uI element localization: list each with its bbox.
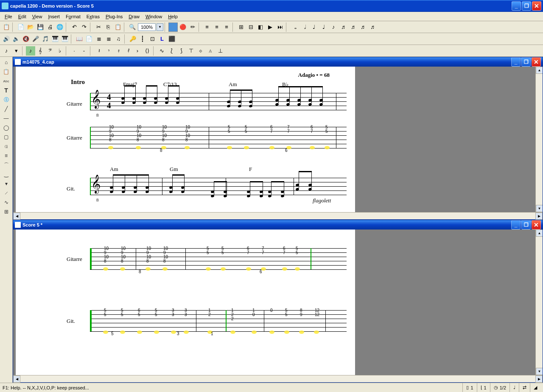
doc1-minimize-button[interactable]: _ — [511, 57, 521, 67]
note-16th-button[interactable]: ♬ — [339, 22, 348, 32]
doc1-maximize-button[interactable]: ❐ — [521, 57, 531, 67]
scroll-right-button[interactable]: ▶ — [535, 213, 543, 220]
note-quarter2-button[interactable]: ♩ — [319, 22, 328, 32]
speaker2-button[interactable]: 🔈 — [11, 34, 21, 44]
doc1-hscrollbar[interactable]: ◀ ▶ — [13, 212, 543, 219]
home-icon[interactable]: ⌂ — [2, 59, 11, 66]
ornament7-button[interactable]: ⊥ — [216, 46, 225, 56]
scroll-down-button[interactable]: ▼ — [536, 368, 543, 375]
scroll-up-button[interactable]: ▲ — [536, 67, 543, 74]
abc-icon[interactable]: Abc — [2, 77, 11, 85]
tool-d-button[interactable]: ▶ — [266, 22, 275, 32]
tuning-button[interactable]: 🎵 — [41, 34, 50, 44]
menu-help[interactable]: Help — [165, 13, 181, 20]
rest3-button[interactable]: 𝄿 — [113, 46, 123, 56]
clipboard-icon[interactable]: 📋 — [2, 68, 11, 76]
lines-icon[interactable]: ≡ — [2, 152, 11, 160]
piano2-button[interactable]: 🎹 — [60, 34, 70, 44]
doc2-page[interactable]: Gitarre 10910810910810910810910855556777… — [16, 230, 355, 375]
rest1-button[interactable]: 𝄽 — [94, 46, 103, 56]
cut-button[interactable]: ✂ — [94, 22, 103, 32]
ellipse-icon[interactable]: ◯ — [2, 124, 11, 132]
redo-button[interactable]: ↷ — [79, 22, 89, 32]
menu-insert[interactable]: Insert — [45, 13, 63, 20]
undo-button[interactable]: ↶ — [70, 22, 79, 32]
minimize-button[interactable]: _ — [512, 1, 521, 11]
text-button[interactable]: ⊡ — [148, 34, 157, 44]
barline-button[interactable]: ┋ — [138, 34, 147, 44]
dot-button[interactable]: · — [70, 46, 79, 56]
book-button[interactable]: 📖 — [75, 34, 84, 44]
align-left-button[interactable]: ≡ — [202, 22, 212, 32]
new-wizard-button[interactable]: 📋 — [2, 22, 11, 32]
menu-view[interactable]: View — [29, 13, 45, 20]
tie-icon[interactable]: ‿ — [2, 171, 11, 178]
doc2-vscrollbar[interactable]: ▲ ▼ — [535, 230, 543, 375]
status-resize-grip[interactable]: ◢ — [530, 383, 540, 392]
key-button[interactable]: 🔑 — [128, 34, 137, 44]
doc2-close-button[interactable]: ✕ — [532, 220, 541, 230]
note-128th-button[interactable]: ♬ — [368, 22, 377, 32]
page-button[interactable]: 📄 — [84, 34, 94, 44]
new-button[interactable]: 📄 — [16, 22, 25, 32]
align-right-button[interactable]: ≡ — [222, 22, 231, 32]
ornament5-button[interactable]: ⟐ — [196, 46, 205, 56]
mic-button[interactable]: 🎤 — [31, 34, 40, 44]
line2-icon[interactable]: — — [2, 115, 11, 122]
color-blue-button[interactable] — [168, 22, 178, 32]
zoom-input[interactable] — [138, 23, 156, 31]
menu-extras[interactable]: Extras — [84, 13, 103, 20]
doc2-minimize-button[interactable]: _ — [511, 220, 521, 230]
tool-e-button[interactable]: ⏭ — [275, 22, 285, 32]
zoom-dropdown[interactable]: ▼ — [157, 23, 163, 31]
menu-draw[interactable]: Draw — [126, 13, 143, 20]
tool-c-button[interactable]: ◧ — [256, 22, 265, 32]
ornament6-button[interactable]: ⟑ — [206, 46, 215, 56]
doc1-vscrollbar[interactable]: ▲ ▼ — [535, 67, 543, 212]
circle-s-icon[interactable]: ⓢ — [2, 96, 11, 104]
color-wheel-button[interactable]: 🔴 — [178, 22, 188, 32]
wave-icon[interactable]: ⟋ — [2, 189, 11, 197]
text-t-icon[interactable]: T — [2, 87, 11, 94]
lines-button[interactable]: ≣ — [94, 34, 104, 44]
align-center-button[interactable]: ≡ — [212, 22, 221, 32]
save-button[interactable]: 💾 — [36, 22, 45, 32]
doc1-titlebar[interactable]: m14075_4.cap _ ❐ ✕ — [13, 57, 543, 67]
copy-button[interactable]: ⎘ — [104, 22, 113, 32]
rect-icon[interactable]: ▢ — [2, 133, 11, 141]
ornament3-button[interactable]: ⟆ — [176, 46, 186, 56]
accent-button[interactable]: › — [133, 46, 142, 56]
mute-button[interactable]: 🔇 — [21, 34, 31, 44]
speaker-button[interactable]: 🔊 — [2, 34, 11, 44]
line-icon[interactable]: ╱ — [2, 105, 11, 113]
open-button[interactable]: 📂 — [26, 22, 35, 32]
doc2-hscrollbar[interactable]: ◀ ▶ — [13, 375, 543, 382]
note-64th-button[interactable]: ♬ — [358, 22, 367, 32]
dash-button[interactable]: - — [79, 46, 89, 56]
l-button[interactable]: L — [157, 34, 167, 44]
note-quarter-button[interactable]: ♩ — [309, 22, 319, 32]
clef-tool-button[interactable]: ♪ — [26, 46, 35, 56]
realize-button[interactable]: ⬛ — [167, 34, 176, 44]
highlighter-button[interactable]: ✏ — [188, 22, 197, 32]
note-tool-button[interactable]: ♪ — [2, 46, 11, 56]
close-button[interactable]: ✕ — [532, 1, 541, 11]
dropdown-button[interactable]: ▾ — [11, 46, 21, 56]
hairpin-button[interactable]: ⟨⟩ — [143, 46, 152, 56]
note-half-button[interactable]: 𝅗𝅥 — [299, 22, 309, 32]
tool-a-button[interactable]: ⊞ — [236, 22, 246, 32]
menu-plugins[interactable]: Plug-Ins — [103, 13, 126, 20]
zoom-icon[interactable]: 🔍 — [128, 22, 137, 32]
ornament4-button[interactable]: ⊤ — [186, 46, 196, 56]
rest4-button[interactable]: 𝅀 — [123, 46, 132, 56]
bass-clef-button[interactable]: 𝄢 — [45, 46, 55, 56]
maximize-button[interactable]: ❐ — [522, 1, 531, 11]
scroll-right-button[interactable]: ▶ — [535, 375, 543, 383]
notes-button[interactable]: ♫ — [114, 34, 123, 44]
doc2-maximize-button[interactable]: ❐ — [521, 220, 531, 230]
web-button[interactable]: 🌐 — [55, 22, 64, 32]
doc2-titlebar[interactable]: Score 5 * _ ❐ ✕ — [13, 220, 543, 230]
menu-format[interactable]: Format — [63, 13, 84, 20]
menu-edit[interactable]: Edit — [15, 13, 29, 20]
doc1-close-button[interactable]: ✕ — [532, 57, 541, 67]
